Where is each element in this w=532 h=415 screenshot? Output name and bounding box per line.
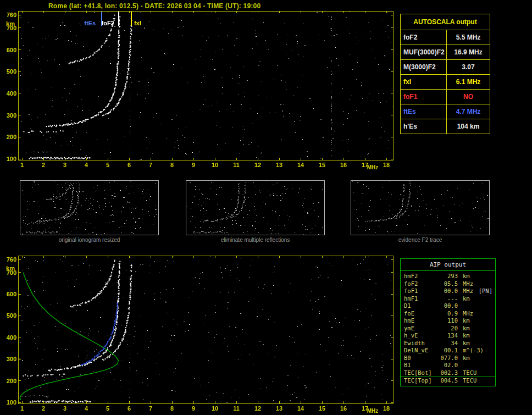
aip-param-unit: TECU — [458, 369, 476, 377]
x-tick-label: 9 — [189, 162, 198, 168]
thumbnail-evidence-f2 — [351, 180, 490, 235]
aip-param-value: 134 — [438, 332, 458, 340]
aip-row-tec-top: TEC[Top]004.5TECU — [401, 377, 495, 385]
x-tick-label: 4 — [81, 162, 91, 168]
autoscala-param-value: 4.7 MHz — [447, 104, 490, 119]
aip-param-label: foF1 — [401, 287, 438, 295]
aip-param-value: 20 — [438, 325, 458, 333]
aip-param-value: 002.3 — [438, 369, 458, 377]
x-tick-label: 16 — [339, 405, 348, 412]
aip-param-value: 0.9 — [438, 310, 458, 318]
y-tick-label: 500 — [2, 68, 16, 75]
aip-param-label: D1 — [401, 302, 438, 310]
thumbnail-evidence-canvas — [351, 181, 489, 235]
y-tick-label: 200 — [2, 134, 16, 140]
aip-row-d1: D100.0 — [401, 302, 495, 310]
autoscala-param-label: fxI — [401, 75, 447, 89]
aip-param-label: hmF1 — [401, 295, 438, 303]
autoscala-panel-title: AUTOSCALA output — [401, 14, 490, 30]
aip-param-unit: km — [458, 325, 470, 333]
aip-param-label: B1 — [401, 362, 438, 369]
aip-param-extra: [PN] — [479, 287, 495, 295]
autoscala-param-value: 104 km — [447, 119, 490, 134]
aip-param-value: 02.0 — [438, 362, 458, 369]
thumbnail-caption-original: original ionogram resized — [20, 237, 159, 243]
x-tick-label: 13 — [274, 405, 284, 412]
x-tick-label: 10 — [210, 405, 220, 412]
aip-row-deln-ve: DelN_vE00.1m^(-3) — [401, 347, 495, 355]
autoscala-param-value: 16.9 MHz — [447, 45, 490, 59]
aip-param-unit: km — [458, 273, 470, 280]
aip-param-label: TEC[Bot] — [401, 369, 438, 377]
autoscala-param-label: foF2 — [401, 30, 447, 45]
aip-param-label: h_vE — [401, 332, 438, 340]
x-tick-label: 1 — [17, 162, 27, 168]
thumbnail-original-canvas — [20, 181, 158, 235]
autoscala-row-muf-3000-f2: MUF(3000)F216.9 MHz — [401, 45, 490, 60]
y-tick-label: 600 — [2, 291, 16, 297]
aip-row-fof1: foF100.0MHz[PN] — [401, 287, 495, 295]
x-tick-label: 7 — [146, 162, 156, 168]
autoscala-param-value: NO — [447, 90, 490, 104]
y-tick-label: 200 — [2, 378, 16, 384]
aip-param-unit: TECU — [458, 377, 476, 385]
thumbnail-original-ionogram — [20, 180, 159, 235]
aip-param-unit — [458, 362, 463, 369]
x-tick-label: 15 — [317, 405, 327, 412]
profile-ionogram-canvas — [19, 256, 393, 403]
aip-param-label: B0 — [401, 355, 438, 362]
x-tick-label: 6 — [124, 162, 134, 168]
y-tick-label: 100 — [2, 156, 16, 162]
aip-row-fof2: foF205.5MHz — [401, 280, 495, 288]
y-tick-label: 760 — [2, 256, 16, 263]
aip-param-label: TEC[Top] — [401, 377, 438, 385]
aip-row-foe: foE0.9MHz — [401, 310, 495, 318]
autoscala-param-label: MUF(3000)F2 — [401, 45, 447, 59]
thumbnail-eliminate-reflections — [186, 180, 325, 235]
aip-row-hmf2: hmF2293km — [401, 273, 495, 280]
y-axis-unit: km — [2, 265, 15, 272]
aip-row-tec-bot: TEC[Bot]002.3TECU — [401, 369, 495, 378]
x-tick-label: 2 — [38, 162, 48, 168]
main-ionogram-plot: 123456789101112131415161718MHz1002003004… — [18, 11, 394, 161]
aip-param-label: DelN_vE — [401, 347, 438, 355]
aip-output-panel: AIP output hmF2293kmfoF205.5MHzfoF100.0M… — [400, 258, 496, 386]
y-tick-label: 300 — [2, 356, 16, 362]
x-axis-unit: MHz — [367, 408, 379, 414]
aip-row-hme: hmE110km — [401, 317, 495, 325]
aip-param-unit — [458, 302, 463, 310]
aip-param-label: foF2 — [401, 280, 438, 288]
autoscala-output-panel: AUTOSCALA output foF25.5 MHzMUF(3000)F21… — [400, 14, 490, 134]
x-tick-label: 1 — [17, 405, 27, 412]
x-tick-label: 12 — [253, 405, 263, 412]
x-tick-label: 2 — [38, 405, 48, 412]
aip-param-value: 293 — [438, 273, 458, 280]
thumbnail-caption-evidence: evidence F2 trace — [351, 237, 490, 243]
y-tick-label: 600 — [2, 47, 16, 53]
autoscala-param-label: ftEs — [401, 104, 447, 119]
x-tick-label: 14 — [296, 405, 306, 412]
aip-param-unit: km — [458, 332, 470, 340]
y-tick-label: 760 — [2, 12, 16, 18]
autoscala-row-fof1: foF1NO — [401, 90, 490, 104]
aip-param-unit: km — [458, 317, 470, 325]
aip-row-h-ve: h_vE134km — [401, 332, 495, 340]
thumbnail-caption-eliminate: eliminate multiple reflections — [186, 237, 325, 243]
page-title: Rome (lat: +41.8, lon: 012.5) - DATE: 20… — [48, 2, 261, 10]
y-tick-label: 500 — [2, 312, 16, 319]
aip-param-unit: km — [458, 340, 470, 347]
y-tick-label: 300 — [2, 112, 16, 119]
x-tick-label: 18 — [381, 405, 391, 412]
x-tick-label: 8 — [167, 162, 177, 168]
x-tick-label: 7 — [146, 405, 156, 412]
aip-row-b0: B0077.0km — [401, 355, 495, 362]
x-tick-label: 3 — [60, 405, 70, 412]
x-tick-label: 4 — [81, 405, 91, 412]
y-tick-label: 100 — [2, 399, 16, 406]
autoscala-param-label: M(3000)F2 — [401, 60, 447, 74]
autoscala-param-value: 5.5 MHz — [447, 30, 490, 45]
autoscala-param-label: h'Es — [401, 119, 447, 134]
x-tick-label: 11 — [231, 162, 241, 168]
aip-param-unit: MHz — [458, 280, 473, 288]
x-tick-label: 12 — [253, 162, 263, 168]
